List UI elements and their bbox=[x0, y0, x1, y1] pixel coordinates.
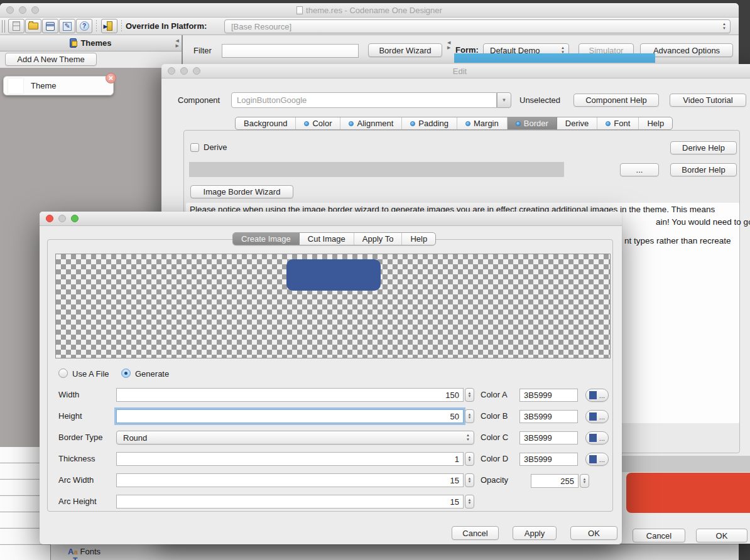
zoom-button[interactable] bbox=[193, 67, 200, 75]
color-d-picker-button[interactable]: ... bbox=[585, 453, 609, 466]
pencil-icon: ✎ bbox=[63, 22, 72, 31]
tab-alignment[interactable]: Alignment bbox=[340, 117, 402, 129]
progress-bar bbox=[454, 53, 655, 63]
close-button[interactable] bbox=[168, 67, 175, 75]
exit-door-icon: ▶ bbox=[107, 21, 112, 31]
close-button[interactable] bbox=[46, 215, 53, 222]
tab-margin[interactable]: Margin bbox=[457, 117, 508, 129]
component-help-button[interactable]: Component Help bbox=[573, 94, 659, 107]
sidebar-splitter-toggle[interactable]: ◀▶ bbox=[176, 38, 179, 48]
add-theme-button[interactable]: Add A New Theme bbox=[5, 53, 97, 66]
override-platform-select[interactable]: [Base Resource] ▲▼ bbox=[224, 19, 731, 33]
select-stepper-icon: ▲▼ bbox=[722, 22, 726, 31]
close-button[interactable] bbox=[6, 6, 14, 14]
opacity-input[interactable] bbox=[531, 474, 579, 488]
color-c-input[interactable] bbox=[519, 431, 578, 444]
wizard-apply-button[interactable]: Apply bbox=[513, 526, 557, 540]
component-combobox[interactable]: LoginButtonGoogle bbox=[231, 92, 497, 108]
open-folder-icon bbox=[28, 23, 38, 30]
height-stepper[interactable]: ▲▼ bbox=[465, 409, 474, 423]
color-c-picker-button[interactable]: ... bbox=[585, 431, 609, 444]
tab-help[interactable]: Help bbox=[639, 117, 672, 129]
derive-help-button[interactable]: Derive Help bbox=[670, 141, 737, 154]
arc-height-stepper[interactable]: ▲▼ bbox=[465, 495, 474, 509]
fonts-aa-icon: Aa bbox=[68, 547, 78, 556]
arc-width-stepper[interactable]: ▲▼ bbox=[465, 473, 474, 487]
image-border-wizard-dialog: Create Image Cut Image Apply To Help Use… bbox=[40, 212, 622, 544]
help-button[interactable]: ? bbox=[76, 19, 92, 33]
tab-border[interactable]: Border bbox=[508, 117, 557, 129]
thickness-input[interactable] bbox=[116, 452, 464, 466]
use-a-file-radio[interactable] bbox=[58, 369, 68, 378]
component-dropdown-button[interactable]: ▼ bbox=[497, 92, 511, 108]
color-b-label: Color B bbox=[481, 411, 508, 421]
document-icon bbox=[296, 6, 303, 14]
color-a-input[interactable] bbox=[519, 389, 578, 402]
border-wizard-button[interactable]: Border Wizard bbox=[368, 43, 442, 57]
zoom-button[interactable] bbox=[71, 215, 79, 222]
border-more-button[interactable]: ... bbox=[620, 163, 659, 176]
toolbar-drag-handle[interactable] bbox=[2, 20, 5, 33]
tab-background[interactable]: Background bbox=[236, 117, 296, 129]
theme-thumbnail bbox=[8, 78, 23, 94]
themes-panel-header[interactable]: Themes ◀▶ bbox=[0, 35, 182, 51]
tab-font[interactable]: Font bbox=[597, 117, 639, 129]
tab-cut-image[interactable]: Cut Image bbox=[300, 233, 354, 245]
minimize-button[interactable] bbox=[58, 215, 66, 222]
new-document-icon bbox=[13, 21, 20, 31]
window-title: theme.res - Codename One Designer bbox=[0, 3, 739, 18]
tab-create-image[interactable]: Create Image bbox=[233, 233, 300, 245]
border-type-select[interactable]: Round ▲▼ bbox=[116, 431, 474, 444]
minimize-button[interactable] bbox=[19, 6, 26, 14]
color-d-input[interactable] bbox=[519, 453, 578, 466]
arc-height-input[interactable] bbox=[116, 495, 464, 509]
save-button[interactable] bbox=[42, 19, 58, 33]
new-resource-button[interactable] bbox=[8, 19, 24, 33]
open-button[interactable] bbox=[25, 19, 41, 33]
wizard-ok-button[interactable]: OK bbox=[570, 526, 617, 540]
border-type-label: Border Type bbox=[58, 433, 103, 442]
color-b-picker-button[interactable]: ... bbox=[585, 410, 609, 423]
width-input[interactable] bbox=[116, 388, 464, 402]
opacity-stepper[interactable]: ▲▼ bbox=[580, 474, 589, 488]
theme-list-item[interactable]: Theme ✕ bbox=[3, 76, 114, 95]
image-border-wizard-button[interactable]: Image Border Wizard bbox=[190, 185, 293, 198]
generate-radio[interactable] bbox=[121, 369, 131, 378]
arc-width-input[interactable] bbox=[116, 473, 464, 487]
theme-close-icon[interactable]: ✕ bbox=[106, 73, 116, 83]
tab-color[interactable]: Color bbox=[296, 117, 340, 129]
color-c-swatch bbox=[589, 434, 597, 442]
color-a-picker-button[interactable]: ... bbox=[585, 389, 609, 402]
exit-button[interactable]: ▶ bbox=[101, 19, 117, 33]
generated-border-preview bbox=[286, 259, 381, 291]
tab-derive[interactable]: Derive bbox=[557, 117, 598, 129]
unselected-label: Unselected bbox=[519, 95, 560, 105]
video-tutorial-button[interactable]: Video Tutorial bbox=[670, 94, 746, 107]
arc-width-label: Arc Width bbox=[58, 475, 94, 485]
modified-dot-icon bbox=[349, 121, 354, 126]
color-a-label: Color A bbox=[481, 390, 508, 399]
opacity-label: Opacity bbox=[481, 475, 508, 485]
color-b-input[interactable] bbox=[519, 410, 578, 423]
tab-padding[interactable]: Padding bbox=[402, 117, 457, 129]
filter-input[interactable] bbox=[222, 44, 359, 58]
width-stepper[interactable]: ▲▼ bbox=[465, 388, 474, 402]
minimize-button[interactable] bbox=[180, 67, 188, 75]
edit-button[interactable]: ✎ bbox=[59, 19, 75, 33]
wizard-titlebar bbox=[40, 212, 622, 226]
edit-cancel-button[interactable]: Cancel bbox=[633, 529, 685, 542]
wizard-cancel-button[interactable]: Cancel bbox=[452, 526, 499, 540]
generate-label: Generate bbox=[135, 369, 169, 379]
zoom-button[interactable] bbox=[31, 6, 39, 14]
edit-ok-button[interactable]: OK bbox=[696, 529, 747, 542]
derive-checkbox[interactable] bbox=[190, 143, 199, 152]
derive-checkbox-label: Derive bbox=[204, 143, 227, 152]
tab-help[interactable]: Help bbox=[402, 233, 435, 245]
form-splitter-toggle[interactable]: ◀▶ bbox=[447, 40, 450, 50]
height-input[interactable] bbox=[116, 409, 464, 423]
style-preview-block bbox=[626, 473, 750, 513]
border-help-button[interactable]: Border Help bbox=[670, 163, 737, 176]
tab-apply-to[interactable]: Apply To bbox=[354, 233, 403, 245]
fonts-section-row[interactable]: Aa Fonts bbox=[68, 547, 101, 556]
thickness-stepper[interactable]: ▲▼ bbox=[465, 452, 474, 466]
